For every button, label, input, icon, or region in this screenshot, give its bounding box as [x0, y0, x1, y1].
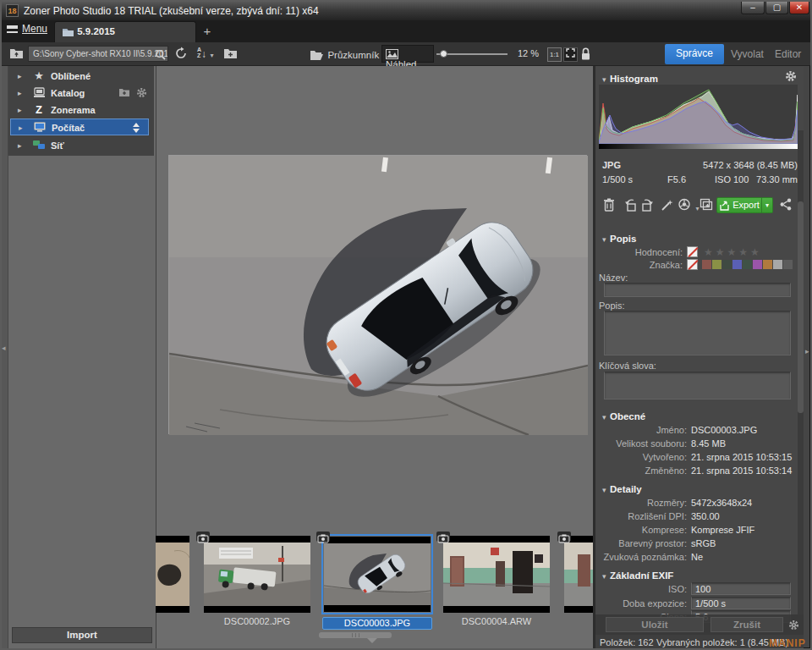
obecne-header[interactable]: ▾ Obecné	[602, 408, 645, 423]
keywords-textarea[interactable]	[604, 372, 791, 399]
develop-icon[interactable]: ▾	[678, 198, 699, 214]
sidebar-item-katalog[interactable]: ▸ Katalog	[8, 85, 154, 102]
minimize-button[interactable]: –	[741, 2, 765, 14]
share-icon[interactable]	[780, 198, 792, 214]
popis-header[interactable]: ▾ Popis	[602, 230, 636, 245]
info-panel	[593, 66, 804, 650]
rotate-right-icon[interactable]	[640, 199, 654, 215]
field-label: Doba expozice:	[598, 598, 687, 609]
sidebar-item-zonerama[interactable]: ▸ Z Zonerama	[8, 102, 154, 118]
zoom-1to1-button[interactable]: 1:1	[547, 47, 562, 62]
export-options-caret[interactable]: ▾	[762, 197, 773, 213]
sidebar-item-oblibene[interactable]: ▸ ★ Oblíbené	[8, 68, 154, 85]
tag-swatch[interactable]	[732, 260, 742, 269]
expand-icon[interactable]: ▸	[18, 72, 22, 80]
refresh-icon[interactable]	[174, 47, 188, 63]
add-to-album-icon[interactable]	[700, 198, 713, 214]
thumbnail-label-selected[interactable]: DSC00003.JPG	[322, 617, 432, 630]
thumbnail-dsc00002[interactable]	[204, 536, 310, 613]
new-folder-icon[interactable]	[223, 47, 238, 63]
hamburger-icon	[7, 25, 18, 33]
add-folder-icon[interactable]	[118, 87, 130, 99]
sort-icon[interactable]: AZ↓ ▾	[197, 46, 214, 61]
tag-color-row	[702, 260, 797, 269]
explorer-mode-button[interactable]: Průzkumník ▾	[310, 47, 387, 62]
tag-swatch[interactable]	[753, 260, 762, 269]
fit-to-window-button[interactable]	[563, 47, 578, 62]
close-button[interactable]: ✕	[789, 2, 809, 14]
expand-icon[interactable]: ▸	[18, 141, 22, 150]
sidebar-item-pocitac[interactable]: ▸ Počítač	[10, 118, 149, 135]
field-value: Ne	[691, 552, 703, 562]
computer-icon	[33, 121, 47, 135]
description-textarea[interactable]	[604, 311, 791, 355]
search-icon[interactable]	[155, 48, 166, 63]
exif-exposure-input[interactable]: 1/500 s	[691, 597, 791, 609]
thumbnail-partial-left[interactable]	[156, 536, 189, 613]
thumbnail-label[interactable]: DSC00004.ARW	[443, 616, 550, 629]
maximize-button[interactable]: ▢	[765, 2, 788, 14]
import-button[interactable]: Import	[12, 627, 152, 643]
no-tag-icon[interactable]	[687, 259, 698, 270]
zoom-slider-knob[interactable]	[440, 50, 447, 58]
new-tab-button[interactable]: +	[200, 24, 215, 39]
delete-trash-icon[interactable]	[603, 198, 615, 215]
field-value: sRGB	[691, 538, 716, 548]
export-button[interactable]: Export	[716, 197, 762, 213]
panel-scrollbar-thumb[interactable]	[798, 201, 804, 413]
cancel-button[interactable]: Zrušit	[710, 617, 783, 632]
sidebar-collapse-strip[interactable]	[2, 66, 8, 650]
collapse-right-icon[interactable]: ▸	[805, 347, 809, 355]
histogram-header[interactable]: ▾ Histogram	[602, 70, 658, 85]
quick-edit-wand-icon[interactable]	[661, 198, 673, 215]
collapse-left-icon[interactable]: ◂	[2, 344, 6, 352]
rating-stars[interactable]: ★★★★★	[704, 246, 762, 258]
status-item-count: Položek: 162	[600, 637, 654, 647]
exif-iso-input[interactable]: 100	[691, 582, 791, 595]
thumbnail-label[interactable]: DSC00002.JPG	[204, 616, 310, 629]
tag-swatch[interactable]	[773, 260, 782, 269]
gear-icon[interactable]	[136, 87, 147, 100]
expand-icon[interactable]: ▸	[19, 124, 23, 132]
folder-up-icon[interactable]	[9, 47, 24, 63]
name-input[interactable]	[604, 283, 791, 297]
rotate-left-icon[interactable]	[624, 199, 638, 215]
title-bar[interactable]: 18 Zoner Photo Studio 18 TRIAL (zkušební…	[2, 2, 812, 20]
window-title: Zoner Photo Studio 18 TRIAL (zkušební ve…	[24, 5, 319, 17]
mode-editor-button[interactable]: Editor	[775, 48, 801, 60]
filmstrip-scrollbar[interactable]	[319, 632, 392, 638]
collapse-filmstrip-icon[interactable]	[367, 638, 377, 643]
sidebar-item-sit[interactable]: ▸ Síť	[8, 137, 154, 154]
no-rating-icon[interactable]	[687, 246, 698, 257]
chevron-down-icon: ▾	[211, 52, 214, 59]
tag-swatch[interactable]	[783, 260, 793, 269]
tag-swatch[interactable]	[743, 260, 752, 269]
histogram-plot	[599, 85, 798, 144]
thumbnail-partial-right[interactable]	[564, 536, 593, 613]
mode-develop-button[interactable]: Vyvolat	[731, 48, 764, 60]
tag-swatch[interactable]	[722, 260, 732, 269]
tab-current-folder[interactable]: 5.9.2015	[54, 21, 196, 42]
mode-manager-button[interactable]: Správce	[665, 44, 724, 64]
field-value: 350.00	[691, 511, 720, 521]
detaily-header[interactable]: ▾ Detaily	[602, 481, 642, 496]
footer-gear-icon[interactable]	[788, 619, 799, 634]
histogram-settings-gear-icon[interactable]	[785, 70, 797, 85]
path-input[interactable]: G:\Sony Cyber-shot RX10 II\5.9.2015	[28, 46, 168, 62]
thumbnail-dsc00004[interactable]	[443, 536, 550, 613]
chevron-down-icon: ▾	[602, 572, 606, 581]
expand-icon[interactable]: ▸	[18, 106, 22, 114]
exif-header[interactable]: ▾ Základní EXIF	[602, 567, 673, 582]
save-button[interactable]: Uložit	[606, 617, 704, 632]
expand-icon[interactable]: ▸	[18, 89, 22, 97]
tag-swatch[interactable]	[702, 260, 711, 269]
network-icon	[32, 139, 46, 152]
tag-swatch[interactable]	[763, 260, 772, 269]
lock-zoom-icon[interactable]	[580, 47, 591, 64]
menu-button[interactable]: Menu	[7, 23, 51, 40]
drive-selector-icon[interactable]	[133, 123, 140, 133]
preview-toggle-button[interactable]: Náhled	[381, 45, 434, 63]
status-bar: Položek: 162 Vybraných položek: 1 (8.45 …	[595, 635, 804, 650]
photo-preview[interactable]	[168, 155, 587, 434]
tag-swatch[interactable]	[712, 260, 721, 269]
